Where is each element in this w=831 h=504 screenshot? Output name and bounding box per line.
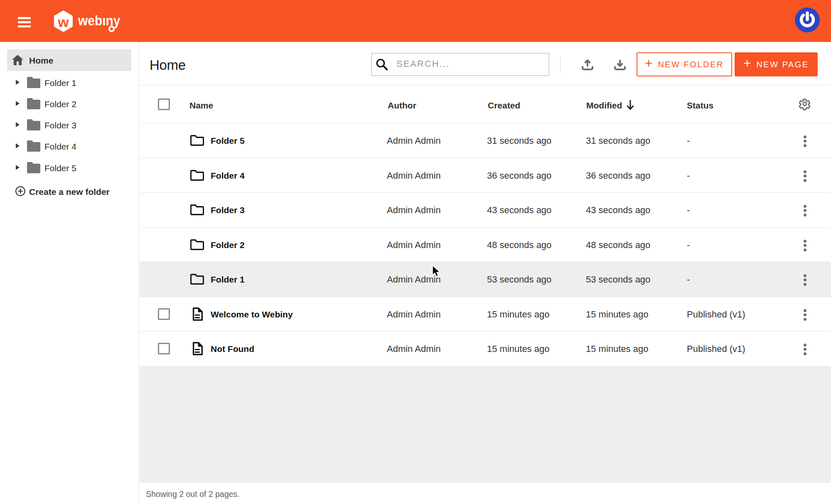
svg-text:w: w [57,14,69,30]
